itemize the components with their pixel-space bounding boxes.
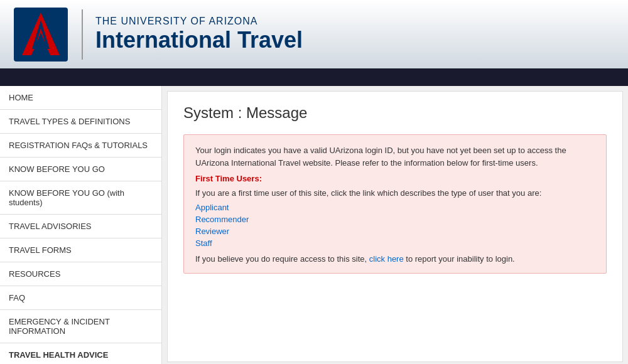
sidebar-item-travel-health[interactable]: TRAVEL HEALTH ADVICE xyxy=(0,343,161,364)
sidebar-item-know-before-students[interactable]: KNOW BEFORE YOU GO (with students) xyxy=(0,181,161,215)
sidebar-item-travel-forms[interactable]: TRAVEL FORMS xyxy=(0,238,161,262)
sidebar-item-registration-faqs[interactable]: REGISTRATION FAQs & TUTORIALS xyxy=(0,134,161,158)
footer-prefix: If you believe you do require access to … xyxy=(195,254,369,264)
message-box: Your login indicates you have a valid UA… xyxy=(183,134,607,274)
page-title: System : Message xyxy=(183,104,607,122)
main-content: System : Message Your login indicates yo… xyxy=(167,91,623,362)
first-time-sub: If you are a first time user of this sit… xyxy=(195,188,595,198)
click-here-link[interactable]: click here xyxy=(369,254,404,264)
header-divider xyxy=(82,9,83,60)
user-type-links: ApplicantRecommenderReviewerStaff xyxy=(195,203,595,248)
logo-area: THE UNIVERSITY OF ARIZONA International … xyxy=(13,6,303,63)
sidebar-item-home[interactable]: HOME xyxy=(0,86,161,110)
university-name: THE UNIVERSITY OF ARIZONA xyxy=(95,16,303,27)
sidebar-item-emergency[interactable]: EMERGENCY & INCIDENT INFORMATION xyxy=(0,310,161,343)
staff-link[interactable]: Staff xyxy=(195,238,595,248)
applicant-link[interactable]: Applicant xyxy=(195,203,595,212)
dark-bar xyxy=(0,72,628,86)
sidebar-item-know-before[interactable]: KNOW BEFORE YOU GO xyxy=(0,158,161,181)
site-title: International Travel xyxy=(95,27,303,53)
sidebar-item-resources[interactable]: RESOURCES xyxy=(0,262,161,286)
ua-logo-icon xyxy=(13,6,69,63)
header: THE UNIVERSITY OF ARIZONA International … xyxy=(0,0,628,72)
first-time-label: First Time Users: xyxy=(195,174,595,183)
reviewer-link[interactable]: Reviewer xyxy=(195,227,595,236)
svg-rect-5 xyxy=(35,41,46,45)
footer-suffix: to report your inability to login. xyxy=(404,254,515,264)
sidebar-item-faq[interactable]: FAQ xyxy=(0,286,161,310)
page-layout: HOMETRAVEL TYPES & DEFINITIONSREGISTRATI… xyxy=(0,86,628,364)
sidebar-item-travel-advisories[interactable]: TRAVEL ADVISORIES xyxy=(0,215,161,238)
header-text: THE UNIVERSITY OF ARIZONA International … xyxy=(95,16,303,53)
recommender-link[interactable]: Recommender xyxy=(195,215,595,224)
message-footer: If you believe you do require access to … xyxy=(195,254,595,264)
message-intro: Your login indicates you have a valid UA… xyxy=(195,144,595,169)
sidebar-item-travel-types[interactable]: TRAVEL TYPES & DEFINITIONS xyxy=(0,110,161,134)
sidebar: HOMETRAVEL TYPES & DEFINITIONSREGISTRATI… xyxy=(0,86,162,364)
